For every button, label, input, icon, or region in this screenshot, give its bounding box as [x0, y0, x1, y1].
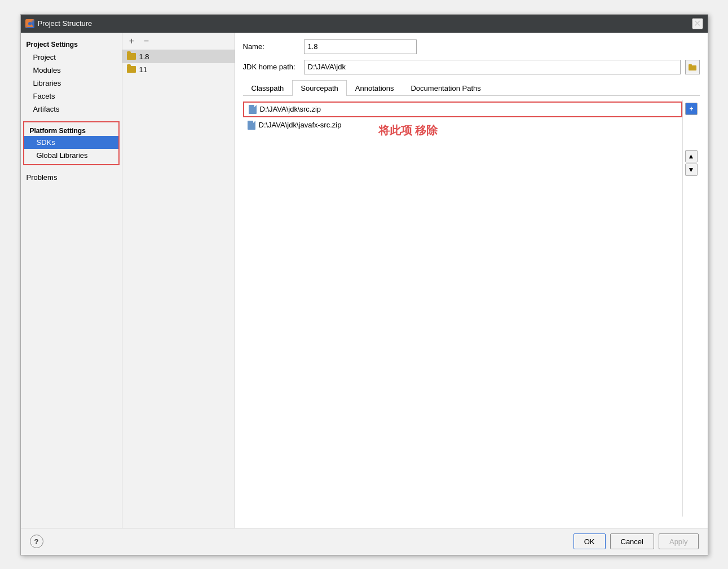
jdk-home-row: JDK home path: [243, 60, 700, 74]
sdk-list: 1.8 11 [122, 50, 235, 528]
sdk-list-area: + − 1.8 11 [122, 33, 235, 528]
annotation-text: 将此项 移除 [378, 123, 438, 138]
file-item-src-zip[interactable]: D:\JAVA\jdk\src.zip [243, 102, 682, 117]
sidebar: Project Settings Project Modules Librari… [21, 33, 122, 528]
name-label: Name: [243, 42, 299, 51]
file-list: D:\JAVA\jdk\src.zip D:\JAVA\jdk\javafx-s… [243, 100, 682, 517]
tab-classpath[interactable]: Classpath [243, 80, 293, 96]
footer-left: ? [30, 535, 43, 548]
file-item-javafx-src-zip[interactable]: D:\JAVA\jdk\javafx-src.zip [243, 118, 682, 132]
file-path: D:\JAVA\jdk\javafx-src.zip [259, 121, 342, 129]
help-button[interactable]: ? [30, 535, 43, 548]
sdk-name: 11 [139, 65, 147, 74]
dialog-title: Project Structure [38, 19, 92, 28]
tab-annotations[interactable]: Annotations [347, 80, 403, 96]
sidebar-item-project[interactable]: Project [21, 51, 122, 64]
move-down-button[interactable]: ▼ [685, 164, 698, 176]
name-input[interactable] [304, 39, 417, 54]
app-icon [25, 19, 34, 28]
sidebar-item-sdks[interactable]: SDKs [24, 136, 118, 149]
remove-sdk-button[interactable]: − [140, 35, 153, 47]
file-icon [248, 121, 255, 130]
add-file-button[interactable]: + [685, 103, 698, 115]
sdk-list-item-11[interactable]: 11 [122, 63, 235, 76]
detail-panel: Name: JDK home path: Class [235, 33, 708, 528]
move-up-button[interactable]: ▲ [685, 150, 698, 162]
cancel-button[interactable]: Cancel [610, 533, 654, 549]
tabs-row: Classpath Sourcepath Annotations Documen… [243, 80, 700, 96]
svg-text:+: + [689, 105, 693, 113]
ok-button[interactable]: OK [573, 533, 606, 549]
title-bar: Project Structure ✕ [21, 15, 708, 33]
footer-right: OK Cancel Apply [573, 533, 699, 549]
platform-settings-section: Platform Settings SDKs Global Libraries [23, 121, 120, 165]
svg-point-1 [28, 22, 32, 25]
sidebar-item-problems[interactable]: Problems [21, 167, 122, 184]
file-path: D:\JAVA\jdk\src.zip [260, 105, 321, 113]
apply-button[interactable]: Apply [659, 533, 699, 549]
name-row: Name: [243, 39, 700, 54]
folder-icon [127, 66, 136, 73]
tab-sourcepath[interactable]: Sourcepath [292, 80, 347, 96]
project-structure-dialog: Project Structure ✕ Project Settings Pro… [20, 14, 708, 555]
tab-content: D:\JAVA\jdk\src.zip D:\JAVA\jdk\javafx-s… [243, 96, 700, 521]
content-area: + − 1.8 11 Name: [122, 33, 708, 528]
folder-icon [127, 53, 136, 60]
sdk-list-toolbar: + − [122, 33, 235, 50]
dialog-footer: ? OK Cancel Apply [21, 528, 708, 555]
sidebar-item-modules[interactable]: Modules [21, 64, 122, 77]
file-icon [249, 105, 257, 114]
jdk-home-input[interactable] [304, 60, 681, 74]
tab-documentation-paths[interactable]: Documentation Paths [402, 80, 489, 96]
close-button[interactable]: ✕ [692, 18, 703, 29]
sdk-list-item-1.8[interactable]: 1.8 [122, 50, 235, 63]
project-settings-label: Project Settings [21, 37, 122, 51]
jdk-home-label: JDK home path: [243, 63, 299, 71]
add-sdk-button[interactable]: + [126, 35, 138, 47]
browse-folder-button[interactable] [685, 60, 700, 74]
platform-settings-label: Platform Settings [24, 125, 118, 136]
sidebar-item-global-libraries[interactable]: Global Libraries [24, 149, 118, 162]
sidebar-item-facets[interactable]: Facets [21, 90, 122, 103]
sidebar-item-artifacts[interactable]: Artifacts [21, 103, 122, 116]
sdk-name: 1.8 [139, 52, 149, 61]
title-bar-left: Project Structure [25, 19, 92, 28]
svg-rect-3 [689, 64, 692, 67]
dialog-body: Project Settings Project Modules Librari… [21, 33, 708, 528]
sidebar-item-libraries[interactable]: Libraries [21, 77, 122, 90]
side-buttons: + ▲ ▼ [682, 100, 700, 517]
